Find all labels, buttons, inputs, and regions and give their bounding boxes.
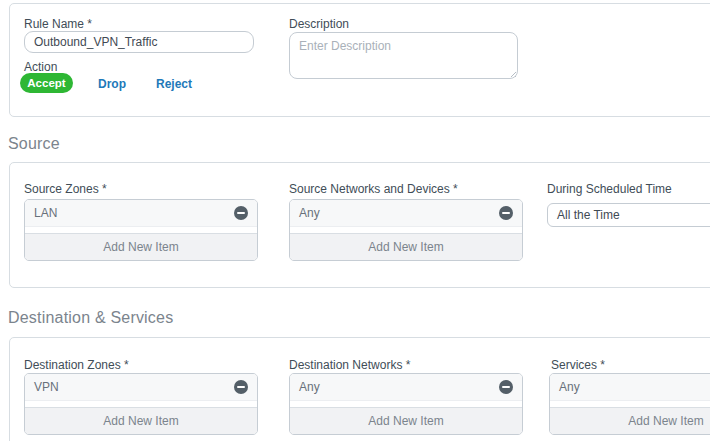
list-item-label: VPN <box>34 380 59 394</box>
remove-item-minus-circle-icon[interactable] <box>499 380 513 394</box>
list-item: Any <box>550 374 710 401</box>
action-reject-button[interactable]: Reject <box>156 77 192 91</box>
services-label: Services * <box>551 358 605 372</box>
action-drop-button[interactable]: Drop <box>98 77 126 91</box>
list-item-label: LAN <box>34 206 57 220</box>
remove-item-minus-circle-icon[interactable] <box>499 206 513 220</box>
destination-section-title: Destination & Services <box>8 309 173 327</box>
add-new-item-button[interactable]: Add New Item <box>550 407 710 434</box>
list-item: VPN <box>25 374 257 401</box>
rule-name-label: Rule Name * <box>24 17 92 31</box>
list-item-label: Any <box>299 380 320 394</box>
source-section-title: Source <box>8 135 60 153</box>
remove-item-minus-circle-icon[interactable] <box>234 206 248 220</box>
rule-details-card: Rule Name * Description Action Accept Dr… <box>9 3 710 117</box>
destination-networks-label: Destination Networks * <box>289 358 410 372</box>
destination-zones-label: Destination Zones * <box>24 358 129 372</box>
list-item: Any <box>290 200 522 227</box>
add-new-item-button[interactable]: Add New Item <box>290 233 522 260</box>
action-accept-button[interactable]: Accept <box>20 73 73 93</box>
list-item-label: Any <box>559 380 580 394</box>
destination-card: Destination Zones * VPN Add New Item Des… <box>9 337 710 441</box>
list-item: Any <box>290 374 522 401</box>
destination-zones-listbox: VPN Add New Item <box>24 373 258 435</box>
list-item: LAN <box>25 200 257 227</box>
firewall-rule-editor: Rule Name * Description Action Accept Dr… <box>0 0 710 441</box>
services-listbox: Any Add New Item <box>549 373 710 435</box>
add-new-item-button[interactable]: Add New Item <box>290 407 522 434</box>
description-textarea[interactable] <box>289 32 518 79</box>
destination-networks-listbox: Any Add New Item <box>289 373 523 435</box>
source-zones-label: Source Zones * <box>24 182 107 196</box>
add-new-item-button[interactable]: Add New Item <box>25 407 257 434</box>
action-label: Action <box>24 60 57 74</box>
scheduled-time-label: During Scheduled Time <box>547 182 672 196</box>
remove-item-minus-circle-icon[interactable] <box>234 380 248 394</box>
source-card: Source Zones * LAN Add New Item Source N… <box>9 162 710 288</box>
add-new-item-button[interactable]: Add New Item <box>25 233 257 260</box>
rule-name-input[interactable] <box>24 31 254 53</box>
scheduled-time-value: All the Time <box>557 208 620 222</box>
list-item-label: Any <box>299 206 320 220</box>
source-zones-listbox: LAN Add New Item <box>24 199 258 261</box>
description-label: Description <box>289 17 349 31</box>
scheduled-time-select[interactable]: All the Time <box>547 203 710 227</box>
source-networks-listbox: Any Add New Item <box>289 199 523 261</box>
source-networks-label: Source Networks and Devices * <box>289 182 458 196</box>
